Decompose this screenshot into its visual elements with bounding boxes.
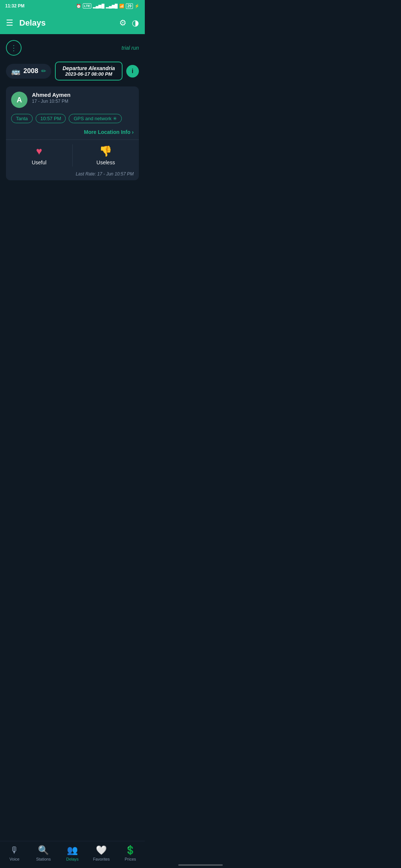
lte-icon: LTE: [83, 3, 91, 9]
tag-gps[interactable]: GPS and network ✳: [69, 114, 122, 123]
wifi-icon: 📶: [119, 4, 124, 9]
departure-city: Departure Alexandria: [60, 65, 117, 71]
last-rate: Last Rate: 17 - Jun 10:57 PM: [6, 171, 139, 180]
report-header: A Ahmed Aymen 17 - Jun 10:57 PM: [6, 86, 139, 112]
signal-icon1: ▂▄▆█: [93, 4, 105, 9]
more-location-label: More Location Info: [84, 129, 130, 135]
useless-button[interactable]: 👎 Useless: [73, 140, 139, 171]
train-info-row: 🚌 2008 ✏ Departure Alexandria 2023-06-17…: [6, 62, 139, 80]
chevron-right-icon: ›: [132, 129, 134, 135]
train-icon: 🚌: [11, 67, 20, 76]
tag-location[interactable]: Tanta: [11, 114, 33, 123]
top-row: ⋮ trial run: [6, 40, 139, 56]
rating-row: ♥ Useful 👎 Useless: [6, 140, 139, 171]
tag-time[interactable]: 10:57 PM: [36, 114, 66, 123]
heart-icon: ♥: [36, 145, 42, 157]
useless-label: Useless: [97, 160, 115, 165]
departure-datetime: 2023-06-17 08:00 PM: [60, 71, 117, 77]
more-options-button[interactable]: ⋮: [6, 40, 22, 56]
info-icon-button[interactable]: i: [126, 65, 139, 78]
report-time: 17 - Jun 10:57 PM: [32, 99, 134, 104]
more-location-button[interactable]: More Location Info ›: [6, 127, 139, 139]
trial-run-label: trial run: [121, 45, 139, 51]
status-icons: ⏰ LTE ▂▄▆█ ▂▄▆█ 📶 29 ⚡: [76, 3, 140, 9]
user-name: Ahmed Aymen: [32, 92, 134, 98]
content-area: ⋮ trial run 🚌 2008 ✏ Departure Alexandri…: [0, 34, 145, 192]
useful-label: Useful: [32, 160, 46, 165]
status-time: 11:32 PM: [5, 3, 25, 9]
thumbs-down-icon: 👎: [99, 145, 112, 157]
user-info: Ahmed Aymen 17 - Jun 10:57 PM: [32, 92, 134, 104]
departure-box[interactable]: Departure Alexandria 2023-06-17 08:00 PM: [55, 62, 123, 80]
more-vert-icon: ⋮: [10, 43, 17, 52]
app-title: Delays: [19, 18, 119, 28]
user-avatar: A: [11, 92, 27, 108]
tags-row: Tanta 10:57 PM GPS and network ✳: [6, 112, 139, 127]
status-bar: 11:32 PM ⏰ LTE ▂▄▆█ ▂▄▆█ 📶 29 ⚡: [0, 0, 145, 12]
signal-icon2: ▂▄▆█: [106, 4, 118, 9]
app-bar-actions: ⚙ ◑: [119, 18, 139, 28]
useful-button[interactable]: ♥ Useful: [6, 140, 72, 171]
menu-icon[interactable]: ☰: [6, 18, 13, 28]
train-badge[interactable]: 🚌 2008 ✏: [6, 64, 51, 79]
settings-icon[interactable]: ⚙: [119, 18, 127, 28]
battery-indicator: 29: [126, 3, 133, 9]
brightness-icon[interactable]: ◑: [132, 18, 139, 28]
charging-icon: ⚡: [134, 4, 140, 9]
report-card: A Ahmed Aymen 17 - Jun 10:57 PM Tanta 10…: [6, 86, 139, 180]
alarm-icon: ⏰: [76, 4, 81, 9]
train-number: 2008: [23, 67, 38, 75]
app-bar: ☰ Delays ⚙ ◑: [0, 12, 145, 34]
edit-icon[interactable]: ✏: [41, 68, 46, 75]
